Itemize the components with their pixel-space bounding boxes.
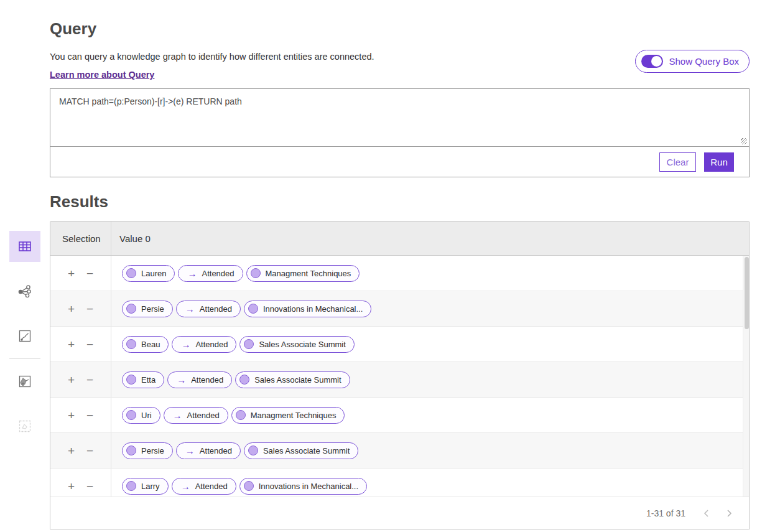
entity-label: Persie bbox=[141, 446, 164, 455]
target-entity-label: Sales Associate Summit bbox=[259, 340, 345, 349]
entity-node-icon bbox=[126, 304, 136, 314]
rail-item-table-view[interactable] bbox=[9, 231, 40, 262]
entity-pill[interactable]: Etta bbox=[122, 371, 164, 388]
row-path-cell: Uri → Attended Managment Techniques bbox=[111, 398, 749, 432]
row-path-cell: Persie → Attended Sales Associate Summit bbox=[111, 433, 749, 468]
toggle-label: Show Query Box bbox=[669, 56, 739, 67]
relation-pill[interactable]: → Attended bbox=[172, 478, 236, 495]
map-route-icon bbox=[18, 329, 32, 343]
disabled-view-icon bbox=[18, 419, 32, 433]
table-row: + − Beau → Attended Sales Associate Summ… bbox=[50, 327, 749, 362]
relation-pill[interactable]: → Attended bbox=[176, 301, 241, 317]
target-entity-pill[interactable]: Sales Associate Summit bbox=[244, 442, 358, 459]
table-row: + − Uri → Attended Managment Techniques bbox=[50, 398, 749, 433]
add-selection-button[interactable]: + bbox=[67, 445, 76, 457]
target-entity-pill[interactable]: Sales Associate Summit bbox=[239, 336, 354, 353]
entity-label: Etta bbox=[141, 375, 156, 385]
rail-item-link-chart[interactable] bbox=[9, 276, 40, 307]
learn-more-link[interactable]: Learn more about Query bbox=[50, 70, 154, 80]
next-page-button[interactable] bbox=[724, 508, 734, 519]
entity-node-icon bbox=[126, 446, 136, 455]
entity-node-icon bbox=[248, 446, 258, 455]
view-switcher-rail bbox=[9, 231, 40, 442]
row-selection-cell: + − bbox=[50, 469, 111, 497]
remove-selection-button[interactable]: − bbox=[85, 445, 95, 457]
entity-node-icon bbox=[251, 268, 261, 278]
target-entity-pill[interactable]: Managment Techniques bbox=[231, 407, 345, 424]
target-entity-label: Innovations in Mechanical... bbox=[263, 304, 363, 314]
add-selection-button[interactable]: + bbox=[67, 374, 76, 386]
query-description: You can query a knowledge graph to ident… bbox=[50, 50, 374, 64]
textarea-resize-grip[interactable] bbox=[741, 138, 747, 144]
entity-pill[interactable]: Lauren bbox=[122, 265, 175, 282]
relation-pill[interactable]: → Attended bbox=[164, 407, 228, 424]
entity-node-icon bbox=[248, 304, 258, 314]
row-selection-cell: + − bbox=[50, 291, 111, 326]
entity-node-icon bbox=[236, 410, 246, 420]
relation-label: Attended bbox=[195, 340, 228, 349]
arrow-right-icon: → bbox=[177, 375, 186, 385]
relation-label: Attended bbox=[200, 304, 232, 314]
pagination-range: 1-31 of 31 bbox=[646, 508, 685, 518]
entity-node-icon bbox=[239, 375, 249, 385]
target-entity-pill[interactable]: Innovations in Mechanical... bbox=[244, 301, 371, 317]
remove-selection-button[interactable]: − bbox=[85, 268, 95, 279]
entity-pill[interactable]: Beau bbox=[122, 336, 169, 353]
target-entity-pill[interactable]: Sales Associate Summit bbox=[235, 371, 350, 388]
entity-pill[interactable]: Uri bbox=[122, 407, 160, 424]
target-entity-pill[interactable]: Managment Techniques bbox=[246, 265, 360, 282]
arrow-right-icon: → bbox=[181, 339, 190, 350]
relation-pill[interactable]: → Attended bbox=[167, 371, 232, 388]
remove-selection-button[interactable]: − bbox=[85, 480, 95, 492]
relation-label: Attended bbox=[200, 446, 232, 455]
entity-node-icon bbox=[244, 481, 254, 491]
entity-pill[interactable]: Persie bbox=[122, 442, 173, 459]
entity-pill[interactable]: Persie bbox=[122, 301, 173, 317]
remove-selection-button[interactable]: − bbox=[85, 374, 95, 386]
target-entity-label: Managment Techniques bbox=[251, 411, 337, 420]
rail-item-map-route[interactable] bbox=[9, 320, 40, 352]
query-input[interactable]: MATCH path=(p:Person)-[r]->(e) RETURN pa… bbox=[50, 89, 749, 147]
target-entity-label: Managment Techniques bbox=[266, 269, 351, 278]
previous-page-button[interactable] bbox=[702, 508, 712, 519]
chevron-right-icon bbox=[725, 509, 733, 518]
row-selection-cell: + − bbox=[50, 327, 111, 362]
scrollbar-thumb[interactable] bbox=[745, 257, 749, 329]
remove-selection-button[interactable]: − bbox=[85, 409, 95, 421]
remove-selection-button[interactable]: − bbox=[85, 338, 95, 350]
add-selection-button[interactable]: + bbox=[67, 268, 76, 279]
row-path-cell: Lauren → Attended Managment Techniques bbox=[111, 256, 749, 291]
target-entity-pill[interactable]: Innovations in Mechanical... bbox=[239, 478, 367, 495]
relation-pill[interactable]: → Attended bbox=[172, 336, 236, 353]
entity-node-icon bbox=[126, 410, 136, 420]
add-selection-button[interactable]: + bbox=[67, 480, 76, 492]
clear-button[interactable]: Clear bbox=[659, 152, 696, 172]
entity-node-icon bbox=[126, 375, 136, 385]
arrow-right-icon: → bbox=[181, 481, 190, 492]
show-query-box-toggle[interactable]: Show Query Box bbox=[635, 50, 750, 73]
table-row: + − Persie → Attended Sales Associate Su… bbox=[50, 433, 749, 469]
entity-pill[interactable]: Larry bbox=[122, 478, 169, 495]
relation-pill[interactable]: → Attended bbox=[178, 265, 243, 282]
page-title: Query bbox=[50, 19, 750, 39]
column-header-value0: Value 0 bbox=[111, 233, 151, 244]
entity-label: Beau bbox=[141, 340, 160, 349]
vertical-scrollbar[interactable] bbox=[743, 256, 749, 497]
table-view-icon bbox=[18, 240, 32, 253]
row-selection-cell: + − bbox=[50, 398, 111, 432]
rail-item-map-contents[interactable] bbox=[9, 366, 40, 397]
table-row: + − Etta → Attended Sales Associate Summ… bbox=[50, 362, 749, 398]
table-rows-host: + − Lauren → Attended Managment Techniqu… bbox=[50, 256, 749, 497]
add-selection-button[interactable]: + bbox=[67, 303, 76, 315]
link-chart-icon bbox=[17, 284, 32, 299]
run-button[interactable]: Run bbox=[704, 152, 734, 172]
relation-pill[interactable]: → Attended bbox=[176, 442, 241, 459]
rail-item-disabled-view bbox=[9, 411, 40, 442]
remove-selection-button[interactable]: − bbox=[85, 303, 95, 315]
add-selection-button[interactable]: + bbox=[67, 338, 76, 350]
relation-label: Attended bbox=[202, 269, 234, 278]
entity-node-icon bbox=[126, 481, 136, 491]
row-path-cell: Etta → Attended Sales Associate Summit bbox=[111, 362, 749, 397]
relation-label: Attended bbox=[195, 482, 228, 491]
add-selection-button[interactable]: + bbox=[67, 409, 76, 421]
